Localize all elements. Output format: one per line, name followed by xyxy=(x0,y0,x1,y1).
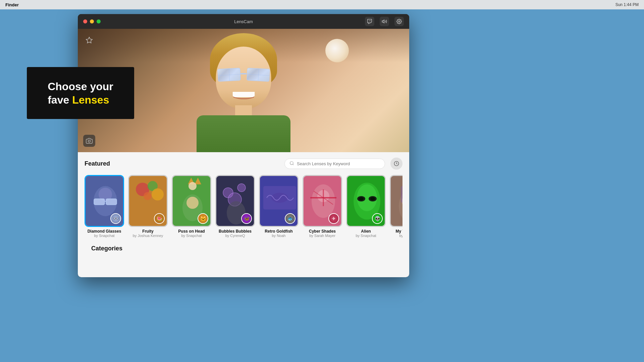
lens-card-cyber-shades[interactable]: ✈Cyber Shadesby Sarah Mayer xyxy=(303,175,342,238)
settings-icon[interactable] xyxy=(394,17,404,26)
maximize-button[interactable] xyxy=(97,19,101,23)
lens-name-my-twin-sister: My Twin Sister xyxy=(395,229,402,234)
twitch-icon[interactable] xyxy=(365,17,374,26)
svg-rect-47 xyxy=(401,186,402,203)
light-sphere xyxy=(325,39,349,62)
camera-capture-button[interactable] xyxy=(83,135,95,147)
window-title: LensCam xyxy=(234,19,253,24)
lens-thumb-cyber-shades: ✈ xyxy=(303,175,342,227)
lens-thumb-puss-on-head: 🐱 xyxy=(172,175,211,227)
person-figure xyxy=(176,32,311,152)
head xyxy=(216,47,271,109)
svg-point-16 xyxy=(144,192,152,200)
glasses-left xyxy=(217,68,241,82)
svg-point-25 xyxy=(237,184,246,192)
svg-rect-10 xyxy=(106,199,117,205)
lens-thumb-my-twin-sister: 👩 xyxy=(390,175,402,227)
mac-top-bar: Finder Sun 1:44 PM xyxy=(0,0,644,9)
featured-header: Featured xyxy=(85,158,402,170)
glasses-right xyxy=(247,68,270,82)
lens-card-fruity[interactable]: 🍉Fruityby Joshua Kenney xyxy=(128,175,168,238)
search-icon xyxy=(289,161,294,167)
mac-bar-right: Sun 1:44 PM xyxy=(615,2,639,7)
lens-name-retro-goldfish: Retro Goldfish xyxy=(265,229,292,234)
lens-card-my-twin-sister[interactable]: 👩My Twin Sisterby Snapchat xyxy=(390,175,402,238)
time-display: Sun 1:44 PM xyxy=(615,2,639,7)
featured-panel: Featured 👓Di xyxy=(78,152,409,277)
glasses xyxy=(218,68,270,82)
lens-card-retro-goldfish[interactable]: 🐟Retro Goldfishby Noah xyxy=(259,175,299,238)
lens-creator-alien: by Snapchat xyxy=(356,234,376,238)
close-button[interactable] xyxy=(83,19,87,23)
lens-thumb-diamond-glasses: 👓 xyxy=(85,175,124,227)
lens-creator-badge-retro-goldfish: 🐟 xyxy=(285,213,296,224)
svg-point-43 xyxy=(370,197,375,200)
lens-name-cyber-shades: Cyber Shades xyxy=(309,229,336,234)
promo-text: Choose your fave Lenses xyxy=(48,80,113,107)
lens-creator-badge-diamond-glasses: 👓 xyxy=(110,213,121,224)
svg-point-15 xyxy=(152,188,164,200)
lens-name-alien: Alien xyxy=(361,229,371,234)
body xyxy=(197,115,290,152)
featured-title: Featured xyxy=(85,160,110,167)
lens-creator-bubbles-bubbles: by CyreneQ xyxy=(225,234,245,238)
search-bar[interactable] xyxy=(284,159,385,169)
lens-creator-puss-on-head: by Snapchat xyxy=(181,234,202,238)
lens-thumb-alien: 👽 xyxy=(346,175,386,227)
smile xyxy=(232,92,255,99)
svg-point-4 xyxy=(290,161,293,164)
promo-box: Choose your fave Lenses xyxy=(27,67,134,119)
lens-creator-badge-puss-on-head: 🐱 xyxy=(198,213,208,224)
app-window: LensCam xyxy=(78,14,409,277)
promo-highlight: Lenses xyxy=(72,94,109,106)
lens-card-puss-on-head[interactable]: 🐱Puss on Headby Snapchat xyxy=(172,175,211,238)
lens-creator-cyber-shades: by Sarah Mayer xyxy=(309,234,335,238)
lens-thumb-bubbles-bubbles: 🦋 xyxy=(215,175,255,227)
lens-creator-badge-alien: 👽 xyxy=(372,213,383,224)
categories-section: Categories xyxy=(85,245,402,252)
lens-name-bubbles-bubbles: Bubbles Bubbles xyxy=(219,229,252,234)
history-button[interactable] xyxy=(390,158,402,170)
lens-thumb-fruity: 🍉 xyxy=(128,175,168,227)
favorite-button[interactable] xyxy=(83,34,95,46)
title-bar: LensCam xyxy=(78,14,409,29)
lens-card-diamond-glasses[interactable]: 👓Diamond Glassesby Snapchat xyxy=(85,175,124,238)
title-bar-icons xyxy=(365,17,404,26)
lens-card-alien[interactable]: 👽Alienby Snapchat xyxy=(346,175,386,238)
svg-point-22 xyxy=(189,182,197,190)
lens-creator-badge-fruity: 🍉 xyxy=(154,213,165,224)
svg-point-42 xyxy=(359,197,364,200)
svg-marker-0 xyxy=(382,20,384,23)
promo-line2-plain: fave xyxy=(48,94,72,106)
categories-title: Categories xyxy=(91,245,122,252)
lens-thumb-retro-goldfish: 🐟 xyxy=(259,175,299,227)
lens-creator-fruity: by Joshua Kenney xyxy=(133,234,163,238)
minimize-button[interactable] xyxy=(90,19,94,23)
lens-creator-badge-bubbles-bubbles: 🦋 xyxy=(241,213,252,224)
svg-point-3 xyxy=(88,140,91,142)
svg-marker-2 xyxy=(86,37,92,43)
lens-card-bubbles-bubbles[interactable]: 🦋Bubbles Bubblesby CyreneQ xyxy=(215,175,255,238)
lens-name-diamond-glasses: Diamond Glasses xyxy=(88,229,121,234)
glasses-bridge xyxy=(240,73,247,74)
lens-name-fruity: Fruity xyxy=(142,229,153,234)
lens-creator-retro-goldfish: by Noah xyxy=(272,234,286,238)
promo-line1: Choose your xyxy=(48,80,113,93)
window-controls xyxy=(83,19,101,23)
lens-grid: 👓Diamond Glassesby Snapchat🍉Fruityby Jos… xyxy=(85,175,402,240)
svg-rect-11 xyxy=(105,201,106,202)
volume-icon[interactable] xyxy=(380,17,389,26)
search-input[interactable] xyxy=(297,161,380,166)
lens-creator-diamond-glasses: by Snapchat xyxy=(94,234,114,238)
svg-rect-9 xyxy=(94,199,105,205)
svg-point-19 xyxy=(186,197,199,209)
svg-point-1 xyxy=(398,21,400,22)
lens-name-puss-on-head: Puss on Head xyxy=(178,229,205,234)
finder-label: Finder xyxy=(5,2,19,7)
lens-creator-my-twin-sister: by Snapchat xyxy=(399,234,402,238)
lens-creator-badge-cyber-shades: ✈ xyxy=(328,213,339,224)
